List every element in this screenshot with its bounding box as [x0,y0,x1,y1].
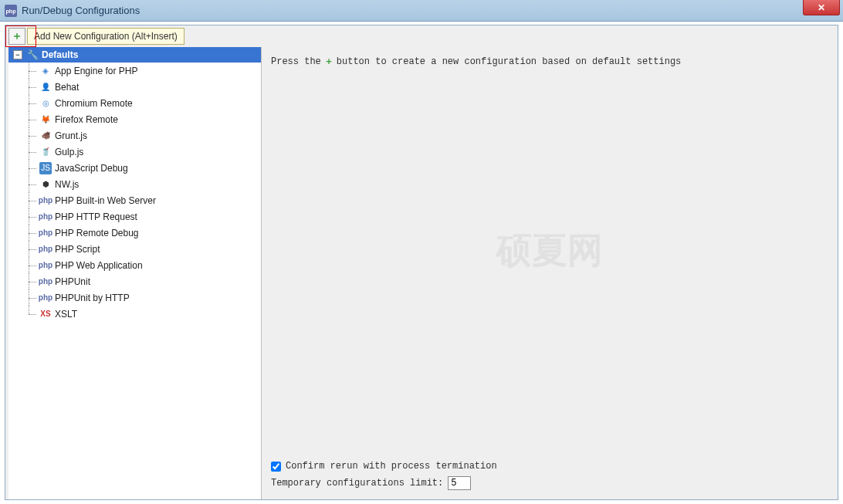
tree-item[interactable]: phpPHPUnit by HTTP [29,289,261,306]
tree-line [29,273,39,289]
plus-icon: ＋ [12,29,22,43]
php-server-icon: php [39,194,52,207]
php-remote-icon: php [39,227,52,239]
tree-item[interactable]: phpPHP Remote Debug [29,225,261,241]
svg-text:php: php [6,8,16,15]
tree-item[interactable]: 🥤Gulp.js [29,144,261,160]
hint-pre: Press the [271,56,321,67]
tree-item-label: PHPUnit by HTTP [55,293,130,303]
content-body: − 🔧 Defaults ◈App Engine for PHP👤Behat◎C… [5,47,838,499]
grunt-icon: 🐗 [39,130,52,142]
tree-item-label: PHPUnit [55,276,90,287]
tree-line [29,208,39,225]
firefox-icon: 🦊 [39,113,52,126]
tree-item[interactable]: JSJavaScript Debug [29,160,261,176]
tree-line [29,111,39,127]
details-pane: Press the ＋ button to create a new confi… [262,47,838,499]
watermark: 硕夏网 [496,227,603,275]
tree-line [29,79,39,95]
tree-item-label: PHP Web Application [55,260,143,271]
tree-item[interactable]: ⬢NW.js [29,176,261,192]
window-title: Run/Debug Configurations [22,5,140,16]
tree-line [29,63,39,79]
tree-item-label: Behat [55,82,79,93]
tree-item[interactable]: ◎Chromium Remote [29,95,261,111]
tree-item[interactable]: ◈App Engine for PHP [29,63,261,79]
add-configuration-tooltip: Add New Configuration (Alt+Insert) [27,28,185,45]
tree-item-label: Grunt.js [55,130,87,141]
tree-line [29,241,39,257]
plus-icon: ＋ [324,55,333,68]
tree-item[interactable]: XSXSLT [29,306,261,322]
tree-item-label: PHP HTTP Request [55,211,137,222]
php-web-icon: php [39,259,52,272]
hint-post: button to create a new configuration bas… [337,56,681,67]
toolbar: ＋ Add New Configuration (Alt+Insert) [5,25,838,47]
tree-item-label: App Engine for PHP [55,66,137,76]
close-button[interactable]: ✕ [803,0,840,15]
tree-item[interactable]: phpPHP Script [29,241,261,257]
tree-item-label: Gulp.js [55,147,83,157]
titlebar: php Run/Debug Configurations ✕ [0,0,843,22]
hint-text: Press the ＋ button to create a new confi… [271,55,828,68]
gulp-icon: 🥤 [39,146,52,158]
tree-children: ◈App Engine for PHP👤Behat◎Chromium Remot… [8,63,261,322]
tree-line [29,225,39,241]
tree-item-label: NW.js [55,179,79,190]
tree-item[interactable]: phpPHP Web Application [29,257,261,273]
tree-item-label: Firefox Remote [55,114,118,125]
app-engine-icon: ◈ [39,65,52,77]
tree-line [29,176,39,192]
tree-line [29,306,39,322]
phpunit-http-icon: php [39,292,52,304]
php-script-icon: php [39,243,52,255]
tree-line [29,160,39,176]
confirm-rerun-label[interactable]: Confirm rerun with process termination [286,461,497,472]
behat-icon: 👤 [39,81,52,93]
tree-item[interactable]: phpPHP HTTP Request [29,208,261,225]
tree-line [29,289,39,306]
tree-item-label: PHP Built-in Web Server [55,195,156,206]
tree-item[interactable]: phpPHP Built-in Web Server [29,192,261,208]
js-debug-icon: JS [39,162,52,174]
tree-item[interactable]: 🐗Grunt.js [29,127,261,144]
add-configuration-button[interactable]: ＋ [8,28,25,45]
bottom-controls: Confirm rerun with process termination T… [271,456,497,490]
phpunit-icon: php [39,276,52,288]
temp-limit-label: Temporary configurations limit: [271,478,443,489]
app-icon: php [5,5,17,17]
tree-root-label: Defaults [42,49,78,60]
close-icon: ✕ [818,2,825,13]
tree-item-label: XSLT [55,309,77,320]
tree-item[interactable]: phpPHPUnit [29,273,261,289]
tree-root-defaults[interactable]: − 🔧 Defaults [8,47,261,63]
tree-item-label: PHP Script [55,244,100,255]
tree-line [29,192,39,208]
tree-item-label: Chromium Remote [55,98,133,109]
wrench-icon: 🔧 [27,49,39,60]
configurations-tree: − 🔧 Defaults ◈App Engine for PHP👤Behat◎C… [8,47,262,499]
tree-line [29,257,39,273]
collapse-icon[interactable]: − [13,50,22,59]
temp-limit-input[interactable] [448,476,471,490]
tree-item-label: JavaScript Debug [55,163,128,174]
php-http-icon: php [39,211,52,223]
tree-item[interactable]: 🦊Firefox Remote [29,111,261,127]
nwjs-icon: ⬢ [39,178,52,191]
confirm-rerun-checkbox[interactable] [271,462,281,472]
xslt-icon: XS [39,308,52,320]
tree-line [29,95,39,111]
tree-item[interactable]: 👤Behat [29,79,261,95]
chromium-icon: ◎ [39,97,52,110]
tree-line [29,127,39,144]
dialog-frame: ＋ Add New Configuration (Alt+Insert) − 🔧… [5,25,838,500]
tree-line [29,144,39,160]
tree-item-label: PHP Remote Debug [55,228,139,238]
